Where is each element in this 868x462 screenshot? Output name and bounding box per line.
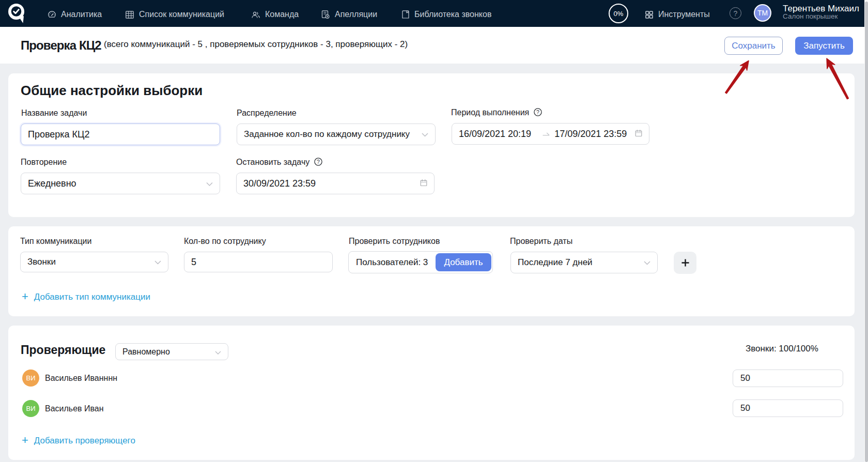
svg-text:?: ?	[536, 109, 539, 115]
svg-text:?: ?	[317, 159, 320, 165]
